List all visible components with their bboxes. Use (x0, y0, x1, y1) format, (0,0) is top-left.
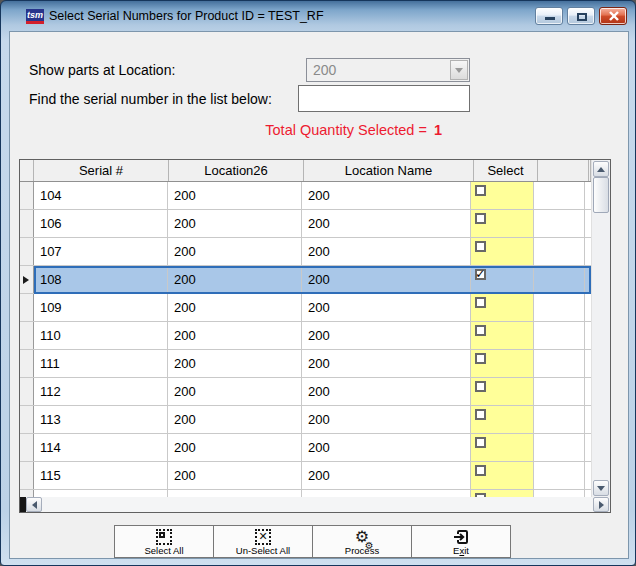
select-checkbox[interactable] (475, 465, 486, 476)
row-selector-cell[interactable] (20, 210, 34, 237)
extra-cell[interactable] (534, 182, 585, 209)
select-cell[interactable] (471, 406, 535, 433)
extra-cell[interactable] (534, 350, 585, 377)
select-cell[interactable] (471, 294, 535, 321)
select-checkbox[interactable] (475, 185, 486, 196)
grid-row[interactable]: 109200200 (20, 294, 591, 322)
grid-row[interactable]: 115200200 (20, 462, 591, 490)
exit-button[interactable]: Exit (411, 525, 511, 558)
header-location-name[interactable]: Location Name (304, 160, 474, 181)
row-selector-cell[interactable] (20, 238, 34, 265)
serial-cell[interactable]: 113 (34, 406, 168, 433)
select-cell[interactable] (471, 434, 535, 461)
location26-cell[interactable]: 200 (168, 210, 302, 237)
serial-cell[interactable]: 104 (34, 182, 168, 209)
location26-cell[interactable]: 200 (168, 182, 302, 209)
serial-cell[interactable]: 108 (34, 266, 168, 293)
grid-row[interactable]: 104200200 (20, 182, 591, 210)
scroll-right-button[interactable] (593, 497, 609, 512)
location-name-cell[interactable]: 200 (302, 378, 471, 405)
serial-cell[interactable]: 111 (34, 350, 168, 377)
process-button[interactable]: Process (312, 525, 412, 558)
grid-row[interactable]: 107200200 (20, 238, 591, 266)
minimize-button[interactable] (535, 7, 563, 25)
grid-row[interactable]: 114200200 (20, 434, 591, 462)
unselect-all-button[interactable]: Un-Select All (213, 525, 313, 558)
location-name-cell[interactable]: 200 (302, 434, 471, 461)
row-selector-cell[interactable] (20, 406, 34, 433)
select-checkbox[interactable] (475, 241, 486, 252)
horizontal-scrollbar[interactable] (20, 497, 610, 512)
find-serial-input[interactable] (298, 85, 470, 112)
extra-cell[interactable] (534, 238, 585, 265)
select-cell[interactable] (471, 462, 535, 489)
serial-cell[interactable]: 109 (34, 294, 168, 321)
row-selector-cell[interactable] (20, 182, 34, 209)
vertical-scrollbar-thumb[interactable] (593, 177, 609, 213)
location26-cell[interactable]: 200 (168, 350, 302, 377)
location-name-cell[interactable]: 200 (302, 350, 471, 377)
close-button[interactable] (599, 7, 627, 25)
select-cell[interactable] (471, 210, 535, 237)
select-cell[interactable] (471, 322, 535, 349)
vertical-scrollbar[interactable] (591, 160, 610, 497)
location-name-cell[interactable]: 200 (302, 266, 471, 293)
extra-cell[interactable] (534, 434, 585, 461)
extra-cell[interactable] (534, 322, 585, 349)
select-cell[interactable] (471, 378, 535, 405)
location26-cell[interactable]: 200 (168, 462, 302, 489)
location26-cell[interactable]: 200 (168, 238, 302, 265)
select-checkbox[interactable] (475, 213, 486, 224)
location26-cell[interactable]: 200 (168, 378, 302, 405)
location-name-cell[interactable]: 200 (302, 462, 471, 489)
select-all-button[interactable]: Select All (114, 525, 214, 558)
location-name-cell[interactable]: 200 (302, 294, 471, 321)
location-name-cell[interactable]: 200 (302, 238, 471, 265)
select-checkbox[interactable] (475, 353, 486, 364)
select-checkbox[interactable] (475, 437, 486, 448)
select-checkbox[interactable] (475, 269, 486, 280)
row-selector-cell[interactable] (20, 294, 34, 321)
location-name-cell[interactable]: 200 (302, 210, 471, 237)
location26-cell[interactable]: 200 (168, 322, 302, 349)
scroll-down-button[interactable] (593, 480, 609, 496)
location26-cell[interactable]: 200 (168, 406, 302, 433)
grid-row[interactable]: 112200200 (20, 378, 591, 406)
extra-cell[interactable] (534, 294, 585, 321)
dropdown-arrow-button[interactable] (450, 60, 468, 80)
serial-cell[interactable]: 107 (34, 238, 168, 265)
header-location26[interactable]: Location26 (169, 160, 304, 181)
row-selector-cell[interactable] (20, 266, 34, 293)
location26-cell[interactable]: 200 (168, 266, 302, 293)
select-cell[interactable] (471, 266, 535, 293)
serial-cell[interactable]: 106 (34, 210, 168, 237)
row-selector-cell[interactable] (20, 350, 34, 377)
location-name-cell[interactable]: 200 (302, 406, 471, 433)
serial-cell[interactable]: 114 (34, 434, 168, 461)
serial-cell[interactable]: 110 (34, 322, 168, 349)
row-selector-cell[interactable] (20, 322, 34, 349)
header-select[interactable]: Select (474, 160, 538, 181)
grid-row[interactable]: 110200200 (20, 322, 591, 350)
select-checkbox[interactable] (475, 381, 486, 392)
grid-row[interactable]: 113200200 (20, 406, 591, 434)
grid-row[interactable]: 111200200 (20, 350, 591, 378)
serial-cell[interactable]: 115 (34, 462, 168, 489)
extra-cell[interactable] (534, 210, 585, 237)
location-name-cell[interactable]: 200 (302, 182, 471, 209)
location26-cell[interactable]: 200 (168, 294, 302, 321)
select-checkbox[interactable] (475, 409, 486, 420)
row-selector-cell[interactable] (20, 434, 34, 461)
location-dropdown[interactable]: 200 (306, 58, 470, 82)
extra-cell[interactable] (534, 378, 585, 405)
row-selector-cell[interactable] (20, 378, 34, 405)
extra-cell[interactable] (534, 266, 585, 293)
extra-cell[interactable] (534, 406, 585, 433)
header-serial[interactable]: Serial # (34, 160, 169, 181)
grid-row[interactable]: 108200200 (20, 266, 591, 294)
extra-cell[interactable] (534, 462, 585, 489)
select-checkbox[interactable] (475, 297, 486, 308)
maximize-button[interactable] (567, 7, 595, 25)
location26-cell[interactable]: 200 (168, 434, 302, 461)
scroll-up-button[interactable] (593, 161, 609, 177)
